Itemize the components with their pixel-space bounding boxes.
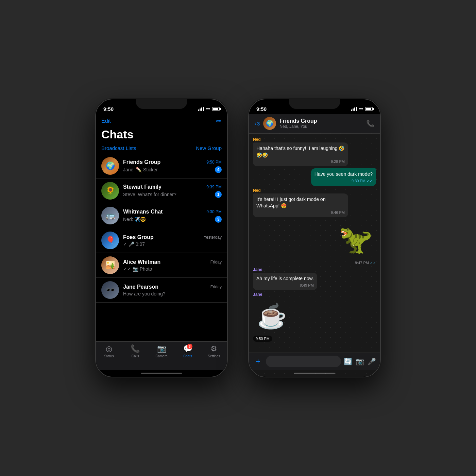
chat-preview-friends: Jane: 🍡 Sticker	[123, 167, 158, 172]
msg-meta-jane-1: 9:49 PM	[256, 283, 314, 287]
badge-friends: 4	[215, 166, 222, 173]
wifi-icon-right: ▾▾	[359, 107, 363, 111]
tab-chats[interactable]: 💬 3 Chats	[175, 344, 201, 358]
chats-title: Chats	[96, 126, 227, 144]
tab-status-label: Status	[104, 354, 114, 358]
signal-icon-right	[351, 107, 357, 111]
home-indicator	[96, 370, 227, 377]
tab-settings-label: Settings	[208, 354, 220, 358]
status-bar-right: 9:50 ▾▾	[249, 99, 380, 114]
sticker-dino-time: 9:47 PM ✓✓	[355, 261, 376, 265]
avatar-alice: 🏜️	[101, 256, 119, 274]
chat-content-foes: Foes Group Yesterday ✓ 🎤 0:07	[123, 234, 222, 247]
cup-emoji: ☕	[257, 302, 287, 330]
mic-input-icon[interactable]: 🎤	[368, 357, 376, 366]
chat-name-jane: Jane Pearson	[123, 284, 158, 290]
message-input[interactable]	[266, 356, 341, 367]
bubble-sent-1: Have you seen dark mode? 9:30 PM ✓✓	[311, 168, 376, 186]
battery-icon-right	[365, 107, 373, 111]
msg-group-jane-1: Jane Ah my life is complete now. 9:49 PM	[253, 267, 376, 290]
tab-calls[interactable]: 📞 Calls	[122, 344, 148, 358]
chat-name-foes: Foes Group	[123, 234, 154, 240]
sticker-cup-emoji: ☕	[253, 298, 290, 335]
msg-group-ned-2: Ned It's here!! I just got dark mode on …	[253, 188, 376, 217]
chat-content-stewart: Stewart Family 9:39 PM Steve: What's for…	[123, 184, 222, 198]
phone-left: 9:50 ▾▾ Edit ✏ Chats Broadcast Lists New…	[95, 99, 228, 377]
bubble-ned-1: Hahaha that's so funny!! I am laughing 🤣…	[253, 142, 348, 166]
badge-stewart: 1	[215, 191, 222, 198]
back-chevron-icon: ‹	[254, 120, 256, 127]
sender-ned-1: Ned	[253, 137, 261, 142]
msg-meta-sent-1: 9:30 PM ✓✓	[314, 179, 373, 183]
plus-button[interactable]: +	[253, 356, 263, 367]
msg-group-ned-1: Ned Hahaha that's so funny!! I am laughi…	[253, 137, 376, 166]
tab-chats-label: Chats	[183, 354, 192, 358]
msg-text-ned-2: It's here!! I just got dark mode on What…	[256, 197, 325, 209]
chats-tab-badge: 3	[187, 344, 192, 349]
chat-item-friends-group[interactable]: 🌍 Friends Group 9:50 PM Jane: 🍡 Sticker …	[96, 154, 227, 178]
edit-button[interactable]: Edit	[101, 118, 111, 124]
msg-group-sticker-cup: Jane ☕ 9:50 PM	[253, 292, 290, 342]
tab-camera[interactable]: 📷 Camera	[148, 344, 174, 358]
chat-content-jane: Jane Pearson Friday How are you doing?	[123, 284, 222, 296]
chat-time-jane: Friday	[210, 285, 222, 289]
new-group-link[interactable]: New Group	[196, 145, 222, 151]
chat-item-whitmans[interactable]: 🚌 Whitmans Chat 9:30 PM Ned: ✈️😎 3	[96, 203, 227, 228]
signal-icon	[198, 107, 204, 111]
chat-name-whitmans: Whitmans Chat	[123, 209, 163, 215]
bubble-jane-1: Ah my life is complete now. 9:49 PM	[253, 273, 317, 290]
compose-button[interactable]: ✏	[216, 117, 222, 125]
msg-group-sent-1: Have you seen dark mode? 9:30 PM ✓✓	[253, 168, 376, 186]
chat-time-friends: 9:50 PM	[206, 160, 222, 165]
status-icons-right: ▾▾	[351, 107, 373, 111]
camera-icon: 📷	[157, 344, 166, 353]
status-bar-left: 9:50 ▾▾	[96, 99, 227, 114]
camera-input-icon[interactable]: 📷	[356, 357, 364, 366]
chat-item-alice[interactable]: 🏜️ Alice Whitman Friday ✓✓ 📷 Photo	[96, 253, 227, 278]
sticker-input-icon[interactable]: 🔄	[344, 357, 352, 366]
chat-time-whitmans: 9:30 PM	[206, 209, 222, 214]
dino-emoji: 🦖	[335, 219, 376, 260]
group-name: Friends Group	[279, 118, 363, 124]
chat-item-jane[interactable]: 🕶️ Jane Pearson Friday How are you doing…	[96, 278, 227, 303]
msg-meta-ned-1: 9:28 PM	[256, 159, 345, 164]
chats-links: Broadcast Lists New Group	[96, 144, 227, 154]
avatar-jane: 🕶️	[101, 281, 119, 299]
sender-ned-2: Ned	[253, 188, 261, 193]
call-button[interactable]: 📞	[366, 119, 375, 128]
chat-item-foes[interactable]: 🎈 Foes Group Yesterday ✓ 🎤 0:07	[96, 228, 227, 253]
messages-area: Ned Hahaha that's so funny!! I am laughi…	[249, 134, 380, 353]
header-info: Friends Group Ned, Jane, You	[279, 118, 363, 129]
tab-camera-label: Camera	[155, 354, 168, 358]
chat-preview-whitmans: Ned: ✈️😎	[123, 217, 146, 222]
broadcast-lists-link[interactable]: Broadcast Lists	[101, 145, 136, 151]
chat-header: ‹ 3 🌍 Friends Group Ned, Jane, You 📞	[249, 114, 380, 134]
status-icon: ◎	[105, 344, 114, 353]
sender-jane-2: Jane	[253, 292, 262, 297]
avatar-stewart: 🌻	[101, 182, 119, 200]
tab-status[interactable]: ◎ Status	[96, 344, 122, 358]
avatar-friends-group: 🌍	[101, 157, 119, 175]
chat-time-stewart: 9:39 PM	[206, 185, 222, 189]
back-button[interactable]: ‹ 3	[254, 120, 260, 127]
status-time-left: 9:50	[103, 106, 114, 112]
status-icons-left: ▾▾	[198, 107, 220, 111]
avatar-foes: 🎈	[101, 232, 119, 249]
chat-content-whitmans: Whitmans Chat 9:30 PM Ned: ✈️😎 3	[123, 209, 222, 223]
msg-text-ned-1: Hahaha that's so funny!! I am laughing 🤣…	[256, 146, 344, 158]
chat-view-screen: 9:50 ▾▾ ‹ 3 🌍 Friends Group Ned, Jane, Y…	[249, 99, 380, 377]
chat-preview-jane: How are you doing?	[123, 291, 166, 296]
chat-preview-alice: ✓✓ 📷 Photo	[123, 266, 152, 272]
tab-settings[interactable]: ⚙ Settings	[201, 344, 227, 358]
sticker-cup-time: 9:50 PM	[253, 336, 272, 342]
msg-group-sticker-dino: 🦖 9:47 PM ✓✓	[335, 219, 376, 265]
settings-icon: ⚙	[209, 344, 218, 353]
avatar-whitmans: 🚌	[101, 207, 119, 224]
back-count: 3	[257, 121, 260, 126]
check-marks-dino: ✓✓	[370, 261, 376, 265]
input-icons: 🔄 📷 🎤	[344, 357, 376, 366]
chat-preview-stewart: Steve: What's for dinner?	[123, 192, 176, 197]
group-members: Ned, Jane, You	[279, 124, 363, 129]
tab-bar: ◎ Status 📞 Calls 📷 Camera 💬 3 Chats	[96, 341, 227, 370]
chat-item-stewart[interactable]: 🌻 Stewart Family 9:39 PM Steve: What's f…	[96, 178, 227, 203]
